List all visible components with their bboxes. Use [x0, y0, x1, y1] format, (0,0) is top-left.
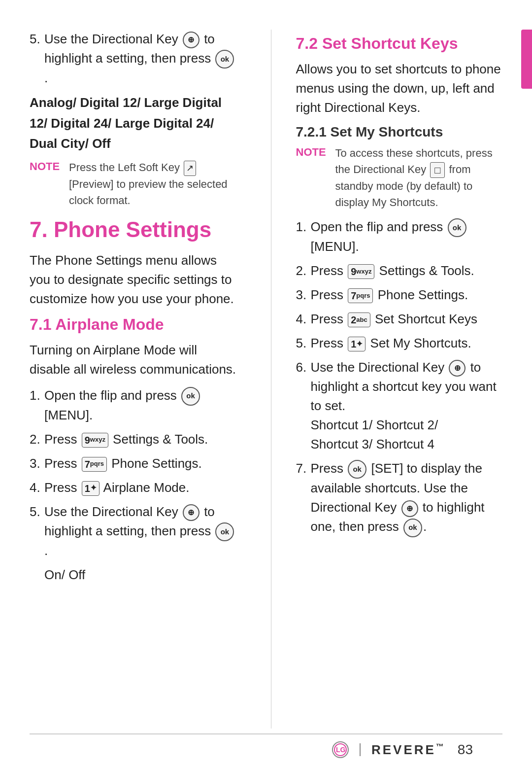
- directional-key-icon: ⊕: [449, 360, 466, 377]
- key-9ways-icon: 9wxyz: [348, 264, 374, 279]
- step-num: 6.: [296, 358, 311, 377]
- key-2abc-icon: 2abc: [348, 313, 370, 327]
- shortcut-step6: 6. Use the Directional Key ⊕ to highligh…: [296, 358, 503, 454]
- step-content: Press 7pqrs Phone Settings.: [311, 285, 503, 305]
- step5-top: 5. Use the Directional Key ⊕ to highligh…: [30, 30, 236, 88]
- key-1star-icon: 1✦: [348, 337, 366, 351]
- step-content: Use the Directional Key ⊕ to highlight a…: [311, 358, 503, 454]
- on-off-values: On/ Off: [30, 565, 236, 585]
- lg-circle-icon: LG: [332, 741, 349, 758]
- column-divider: [271, 30, 271, 729]
- ok-key-icon: ok: [403, 519, 422, 537]
- step-num: 7.: [296, 459, 311, 478]
- note-block-shortcuts: NOTE To access these shortcuts, press th…: [296, 145, 503, 210]
- svg-text:LG: LG: [336, 746, 346, 754]
- step-content: Open the flip and press ok [MENU].: [44, 386, 236, 425]
- step-num: 1.: [296, 217, 311, 237]
- footer: LG REVERE™ 83: [30, 733, 502, 765]
- step-content: Use the Directional Key ⊕ to highlight a…: [44, 502, 236, 560]
- shortcut-step2: 2. Press 9wxyz Settings & Tools.: [296, 261, 503, 280]
- airplane-step5: 5. Use the Directional Key ⊕ to highligh…: [30, 502, 236, 560]
- section7-body: The Phone Settings menu allows you to de…: [30, 251, 236, 309]
- airplane-step1: 1. Open the flip and press ok [MENU].: [30, 386, 236, 425]
- step-content: Press 9wxyz Settings & Tools.: [44, 430, 236, 449]
- trademark-symbol: ™: [436, 742, 446, 751]
- directional-key-icon: ⊕: [183, 504, 200, 521]
- shortcut-step1: 1. Open the flip and press ok [MENU].: [296, 217, 503, 256]
- key-7pqrs-icon: 7pqrs: [82, 457, 107, 472]
- note-block-top: NOTE Press the Left Soft Key ↗ [Preview]…: [30, 159, 236, 209]
- note-text-top: Press the Left Soft Key ↗ [Preview] to p…: [69, 159, 236, 209]
- analog-values-text: Analog/ Digital 12/ Large Digital 12/ Di…: [30, 93, 236, 154]
- section721-title: 7.2.1 Set My Shortcuts: [296, 124, 503, 140]
- section72-body: Allows you to set shortcuts to phone men…: [296, 60, 503, 117]
- step5-num: 5.: [30, 30, 44, 49]
- shortcut-step4: 4. Press 2abc Set Shortcut Keys: [296, 310, 503, 329]
- directional-key-icon: ⊕: [183, 32, 200, 48]
- section71-title: 7.1 Airplane Mode: [30, 315, 236, 334]
- step5-top-section: 5. Use the Directional Key ⊕ to highligh…: [30, 30, 236, 209]
- ok-key-icon: ok: [215, 50, 234, 69]
- step-content: Press 1✦ Set My Shortcuts.: [311, 334, 503, 353]
- footer-divider: [360, 743, 361, 756]
- directional-key-icon: ⊕: [401, 500, 418, 517]
- left-column: 5. Use the Directional Key ⊕ to highligh…: [30, 30, 246, 729]
- step-num: 5.: [30, 502, 44, 522]
- airplane-step4: 4. Press 1✦ Airplane Mode.: [30, 478, 236, 497]
- airplane-step2: 2. Press 9wxyz Settings & Tools.: [30, 430, 236, 449]
- step-content: Press 2abc Set Shortcut Keys: [311, 310, 503, 329]
- step-content: Press 9wxyz Settings & Tools.: [311, 261, 503, 280]
- step-content: Open the flip and press ok [MENU].: [311, 217, 503, 256]
- step-content: Press 7pqrs Phone Settings.: [44, 454, 236, 473]
- footer-revere-text: REVERE™: [371, 742, 446, 758]
- shortcut-step5: 5. Press 1✦ Set My Shortcuts.: [296, 334, 503, 353]
- note-label-shortcuts: NOTE: [296, 146, 335, 210]
- step-content: Press ok [SET] to display the available …: [311, 459, 503, 537]
- right-tab-decoration: [521, 30, 532, 89]
- section72-title: 7.2 Set Shortcut Keys: [296, 35, 503, 53]
- key-7pqrs-icon: 7pqrs: [348, 288, 373, 303]
- dir-key-rect-icon: □: [430, 162, 445, 178]
- ok-key-icon: ok: [448, 218, 466, 237]
- ok-key-icon: ok: [181, 387, 200, 406]
- lg-logo: LG: [332, 741, 349, 758]
- key-1star-icon: 1✦: [82, 481, 100, 496]
- ok-key-icon: ok: [215, 522, 234, 541]
- page-number: 83: [458, 742, 473, 758]
- airplane-step3: 3. Press 7pqrs Phone Settings.: [30, 454, 236, 473]
- step-num: 3.: [296, 285, 311, 305]
- footer-logo: LG REVERE™ 83: [332, 741, 473, 758]
- right-column: 7.2 Set Shortcut Keys Allows you to set …: [296, 30, 503, 729]
- section7: 7. Phone Settings The Phone Settings men…: [30, 217, 236, 585]
- left-softkey-icon: ↗: [184, 161, 196, 176]
- step-num: 2.: [30, 430, 44, 449]
- section7-title: 7. Phone Settings: [30, 217, 236, 242]
- step-num: 5.: [296, 334, 311, 353]
- step-num: 3.: [30, 454, 44, 473]
- step-num: 4.: [30, 478, 44, 497]
- note-text-shortcuts: To access these shortcuts, press the Dir…: [335, 145, 503, 210]
- step-num: 4.: [296, 310, 311, 329]
- ok-key-icon: ok: [348, 460, 366, 479]
- key-9ways-icon: 9wxyz: [82, 433, 108, 448]
- step-num: 1.: [30, 386, 44, 405]
- shortcut-step7: 7. Press ok [SET] to display the availab…: [296, 459, 503, 537]
- step-content: Press 1✦ Airplane Mode.: [44, 478, 236, 497]
- section71-body: Turning on Airplane Mode will disable al…: [30, 341, 236, 379]
- step5-content: Use the Directional Key ⊕ to highlight a…: [44, 30, 236, 88]
- step-num: 2.: [296, 261, 311, 280]
- note-label-top: NOTE: [30, 160, 69, 209]
- shortcut-step3: 3. Press 7pqrs Phone Settings.: [296, 285, 503, 305]
